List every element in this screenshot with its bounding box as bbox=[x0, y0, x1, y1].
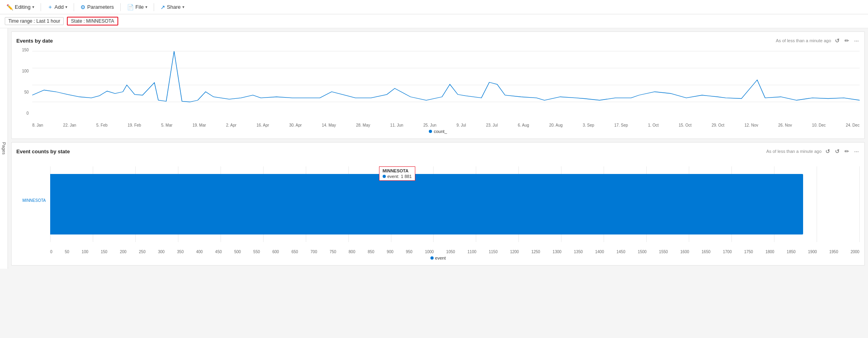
panel1-header: Events by date As of less than a minute … bbox=[16, 37, 860, 45]
divider-3 bbox=[120, 3, 121, 11]
line-chart-svg bbox=[32, 48, 860, 115]
add-chevron: ▾ bbox=[65, 5, 67, 9]
editing-label: Editing bbox=[15, 4, 31, 10]
line-y-axis: 150 100 50 0 bbox=[16, 48, 30, 115]
line-chart-legend: count_ bbox=[16, 129, 860, 134]
state-label: State : MINNESOTA bbox=[71, 18, 114, 24]
events-by-date-panel: Events by date As of less than a minute … bbox=[11, 31, 865, 139]
panel2-status: As of less than a minute ago bbox=[766, 149, 822, 154]
panel1-status: As of less than a minute ago bbox=[776, 38, 831, 43]
share-label: Share bbox=[167, 4, 181, 10]
state-filter[interactable]: State : MINNESOTA bbox=[67, 17, 118, 25]
divider-2 bbox=[74, 3, 74, 11]
line-x-axis: 8. Jan 22. Jan 5. Feb 19. Feb 5. Mar 19.… bbox=[32, 123, 860, 127]
bar-state-label: MINNESOTA bbox=[22, 198, 46, 203]
event-legend-label: event bbox=[435, 256, 446, 260]
panel1-refresh-btn[interactable]: ↺ bbox=[834, 37, 841, 45]
panel2-refresh2-btn[interactable]: ↺ bbox=[834, 147, 841, 155]
content-area: Events by date As of less than a minute … bbox=[8, 28, 868, 269]
editing-button[interactable]: ✏️ Editing ▾ bbox=[3, 2, 37, 12]
bar-chart-area: MINNESOTA bbox=[16, 158, 860, 254]
share-chevron: ▾ bbox=[182, 5, 184, 9]
edit-icon: ✏️ bbox=[6, 4, 13, 10]
panel2-header: Event counts by state As of less than a … bbox=[16, 147, 860, 155]
panel1-more-btn[interactable]: ··· bbox=[853, 37, 860, 45]
share-icon: ↗ bbox=[160, 4, 165, 10]
editing-chevron: ▾ bbox=[32, 5, 34, 9]
divider-4 bbox=[154, 3, 154, 11]
panel2-actions: As of less than a minute ago ↺ ↺ ✏ ··· bbox=[766, 147, 860, 155]
event-counts-panel: Event counts by state As of less than a … bbox=[11, 142, 865, 266]
bar-track bbox=[50, 166, 860, 242]
event-legend-dot bbox=[430, 256, 434, 260]
panel1-title: Events by date bbox=[16, 38, 53, 44]
time-range-filter[interactable]: Time range : Last 1 hour bbox=[5, 17, 64, 25]
time-range-label: Time range : Last 1 hour bbox=[8, 18, 60, 24]
file-button[interactable]: 📄 File ▾ bbox=[124, 2, 151, 12]
bar-chart-container: MINNESOTA event: 1 881 MINNESOTA bbox=[16, 158, 860, 260]
parameters-button[interactable]: ⚙ Parameters bbox=[77, 2, 117, 12]
file-chevron: ▾ bbox=[145, 5, 147, 9]
panel1-actions: As of less than a minute ago ↺ ✏ ··· bbox=[776, 37, 860, 45]
add-icon: ＋ bbox=[47, 4, 53, 11]
line-chart-area: 150 100 50 0 bbox=[16, 48, 860, 127]
count-legend-dot bbox=[429, 130, 432, 133]
file-label: File bbox=[135, 4, 144, 10]
minnesota-bar[interactable] bbox=[50, 174, 803, 234]
main-area: Pages Events by date As of less than a m… bbox=[0, 28, 868, 269]
panel2-title: Event counts by state bbox=[16, 148, 70, 154]
toolbar: ✏️ Editing ▾ ＋ Add ▾ ⚙ Parameters 📄 File… bbox=[0, 0, 868, 14]
sidebar[interactable]: Pages bbox=[0, 28, 8, 269]
sidebar-label: Pages bbox=[2, 142, 6, 154]
bar-x-axis: 0 50 100 150 200 250 300 350 400 450 500… bbox=[50, 250, 860, 254]
bar-y-axis: MINNESOTA bbox=[16, 158, 48, 242]
file-icon: 📄 bbox=[127, 4, 134, 10]
panel2-more-btn[interactable]: ··· bbox=[853, 147, 860, 155]
filter-bar: Time range : Last 1 hour State : MINNESO… bbox=[0, 14, 868, 28]
divider-1 bbox=[41, 3, 41, 11]
panel1-edit-btn[interactable]: ✏ bbox=[844, 37, 850, 45]
panel2-refresh-btn[interactable]: ↺ bbox=[825, 147, 831, 155]
add-label: Add bbox=[55, 4, 64, 10]
count-legend-label: count_ bbox=[434, 129, 447, 134]
parameters-icon: ⚙ bbox=[80, 4, 86, 10]
bar-chart-legend: event bbox=[16, 256, 860, 260]
panel2-edit-btn[interactable]: ✏ bbox=[844, 147, 850, 155]
add-button[interactable]: ＋ Add ▾ bbox=[44, 2, 70, 12]
share-button[interactable]: ↗ Share ▾ bbox=[157, 2, 188, 12]
line-chart-container: 150 100 50 0 bbox=[16, 48, 860, 134]
parameters-label: Parameters bbox=[87, 4, 114, 10]
